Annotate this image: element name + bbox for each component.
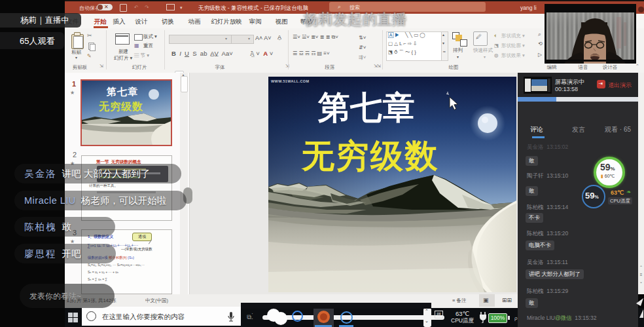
- svg-text:第七章: 第七章: [317, 90, 416, 125]
- svg-text:WWW.51WALL.COM: WWW.51WALL.COM: [271, 79, 309, 83]
- svg-text:无穷级数: 无穷级数: [98, 101, 143, 112]
- svg-text:无穷级数: 无穷级数: [301, 138, 439, 174]
- svg-text:第七章: 第七章: [106, 86, 138, 97]
